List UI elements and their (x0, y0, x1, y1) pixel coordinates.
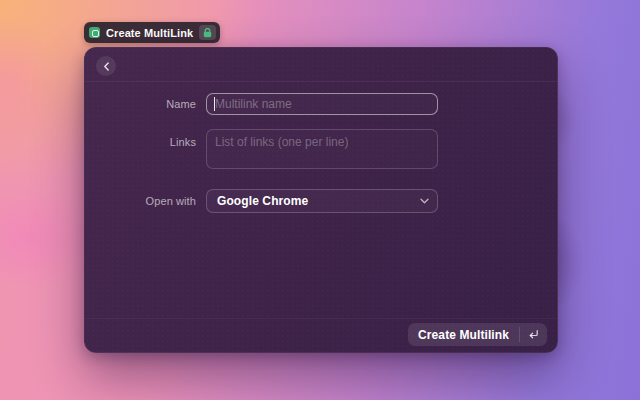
create-multilink-window: Name Links Open with Google Chrome (84, 47, 558, 353)
window-title: Create MultiLink (106, 27, 193, 39)
window-footer: Create Multilink (85, 318, 557, 352)
links-input[interactable] (206, 129, 438, 169)
lock-badge (199, 25, 216, 40)
name-input[interactable] (206, 93, 438, 115)
chevron-left-icon (103, 62, 110, 71)
open-with-row: Open with Google Chrome (85, 189, 557, 213)
open-with-select[interactable]: Google Chrome (206, 189, 438, 213)
open-with-selected-value: Google Chrome (217, 194, 420, 208)
enter-key-icon (528, 329, 539, 340)
window-title-pill: Create MultiLink (84, 22, 220, 43)
back-button[interactable] (96, 56, 116, 76)
name-label: Name (85, 98, 196, 110)
multilink-form: Name Links Open with Google Chrome (85, 82, 557, 213)
window-header (85, 48, 557, 82)
chevron-down-icon (420, 198, 429, 204)
links-label: Links (85, 129, 196, 148)
links-row: Links (85, 129, 557, 169)
lock-icon (203, 28, 212, 38)
text-caret (214, 97, 215, 111)
multilink-app-icon (89, 27, 100, 38)
name-row: Name (85, 93, 557, 115)
create-multilink-button-label: Create Multilink (408, 323, 519, 346)
open-with-label: Open with (85, 195, 196, 207)
enter-key-hint (520, 323, 547, 346)
create-multilink-button[interactable]: Create Multilink (408, 323, 547, 346)
